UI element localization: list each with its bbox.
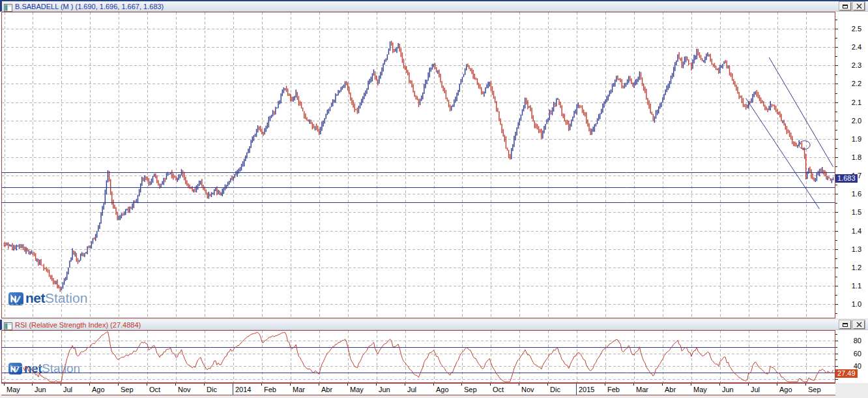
time-axis-tick	[261, 384, 262, 386]
time-axis-label: Ago	[92, 386, 105, 393]
maximize-icon	[843, 323, 848, 327]
time-axis-label: Abr	[665, 386, 676, 393]
maximize-button[interactable]	[839, 2, 851, 10]
price-panel-titlebar[interactable]: B.SABADELL (M ) (1.690, 1.696, 1.667, 1.…	[0, 1, 868, 12]
rsi-panel-titlebar[interactable]: RSI (Relative Strength Index) (27.4884)	[0, 320, 868, 330]
price-axis-label: 2.4	[838, 43, 861, 51]
time-axis-label: Sep	[121, 386, 134, 393]
price-axis-label: 1.8	[838, 153, 861, 161]
rsi-chart-plot[interactable]: netStation	[1, 330, 835, 383]
price-axis-tick	[835, 112, 837, 112]
time-axis-label: Mar	[636, 386, 648, 393]
time-axis-label: Jul	[63, 386, 72, 393]
price-axis-label: 2.2	[838, 80, 861, 87]
time-axis-tick	[32, 384, 33, 386]
price-axis-label: 1.9	[838, 135, 861, 143]
time-axis-tick	[519, 384, 519, 386]
time-axis-label: 2014	[235, 386, 251, 393]
close-button[interactable]	[853, 2, 865, 10]
price-axis-label: 1.4	[838, 227, 861, 235]
time-axis-label: Sep	[464, 386, 477, 393]
netstation-chart-window: B.SABADELL (M ) (1.690, 1.696, 1.667, 1.…	[0, 0, 868, 398]
close-icon	[856, 3, 862, 9]
time-axis-tick	[319, 384, 319, 386]
price-axis-label: 2.1	[838, 99, 861, 106]
time-axis-label: Mar	[293, 386, 305, 393]
year-separator-line	[233, 384, 233, 395]
price-axis-tick	[835, 20, 837, 20]
price-axis-label: 1.0	[838, 300, 861, 308]
price-axis-tick	[835, 240, 837, 241]
time-axis-label: Abr	[321, 386, 332, 393]
rsi-chart-row: netStation 27.49 406080	[0, 330, 868, 383]
time-axis-label: Ago	[436, 386, 449, 393]
rsi-close-button[interactable]	[853, 320, 865, 329]
rsi-y-axis[interactable]: 27.49 406080	[835, 330, 868, 383]
time-axis-tick	[777, 384, 777, 386]
price-axis-tick	[835, 203, 837, 204]
price-axis-label: 1.2	[838, 264, 861, 271]
price-axis-tick	[835, 258, 837, 259]
price-axis-tick	[835, 56, 837, 57]
price-axis-tick	[835, 93, 837, 94]
chart-window-icon	[4, 3, 12, 10]
rsi-line-canvas[interactable]	[2, 331, 835, 382]
time-axis-tick	[691, 384, 691, 386]
time-axis-tick	[147, 384, 147, 386]
time-axis-label: Nov	[178, 386, 191, 393]
close-icon	[856, 322, 862, 328]
price-candles-canvas[interactable]	[2, 12, 835, 318]
time-axis-tick	[347, 384, 348, 386]
price-axis-label: 2.5	[838, 25, 861, 33]
price-axis-tick	[835, 148, 837, 149]
window-bottom-edge	[0, 395, 868, 398]
price-y-axis[interactable]: 1.683 1.01.11.21.31.41.51.61.71.81.92.02…	[835, 12, 868, 318]
price-axis-label: 1.1	[838, 282, 861, 290]
price-axis-tick	[835, 295, 837, 296]
time-axis-tick	[719, 384, 720, 386]
time-axis-tick	[89, 384, 90, 386]
price-axis-tick	[835, 313, 837, 314]
price-axis-tick	[835, 277, 837, 277]
maximize-icon	[843, 5, 848, 8]
price-chart-plot[interactable]: netStation	[1, 12, 835, 318]
time-axis-tick	[748, 384, 749, 386]
price-axis-label: 2.3	[838, 61, 861, 69]
time-axis-tick	[490, 384, 491, 386]
time-axis-tick	[118, 384, 119, 386]
time-axis-label: Jun	[722, 386, 734, 393]
price-axis-tick	[835, 38, 837, 38]
time-axis-tick	[290, 384, 291, 386]
rsi-value-badge: 27.49	[835, 369, 858, 378]
time-axis-label: Jun	[35, 386, 46, 393]
rsi-maximize-button[interactable]	[839, 320, 851, 329]
time-axis-label: Jul	[407, 386, 416, 393]
price-panel-title: B.SABADELL (M ) (1.690, 1.696, 1.667, 1.…	[15, 2, 164, 11]
rsi-axis-tick	[835, 347, 837, 348]
time-axis-label: Jul	[751, 386, 760, 393]
time-axis-label: Ago	[779, 386, 792, 393]
time-axis-tick	[805, 384, 806, 386]
price-panel: B.SABADELL (M ) (1.690, 1.696, 1.667, 1.…	[0, 1, 868, 318]
indicator-window-icon	[4, 321, 12, 329]
time-axis-label: Dic	[207, 386, 217, 393]
rsi-axis-tick	[835, 360, 837, 360]
rsi-panel: RSI (Relative Strength Index) (27.4884) …	[0, 320, 868, 383]
time-axis-tick	[605, 384, 605, 386]
price-axis-tick	[835, 185, 837, 185]
price-axis-label: 1.5	[838, 208, 861, 216]
time-axis-tick	[547, 384, 548, 386]
time-axis-label: Feb	[607, 386, 620, 393]
time-axis-label: Feb	[264, 386, 276, 393]
rsi-axis-tick	[835, 379, 838, 380]
rsi-window-controls	[839, 320, 865, 329]
time-axis[interactable]: MayJunJulAgoSepOctNovDic2014FebMarAbrMay…	[1, 383, 835, 395]
year-separator-line	[576, 384, 577, 395]
last-price-badge: 1.683	[835, 174, 858, 183]
time-axis-label: May	[350, 386, 364, 393]
time-axis-tick	[633, 384, 634, 386]
time-axis-label: Nov	[521, 386, 534, 393]
time-axis-tick	[433, 384, 434, 386]
rsi-axis-label: 40	[838, 362, 861, 370]
price-axis-tick	[835, 74, 837, 75]
